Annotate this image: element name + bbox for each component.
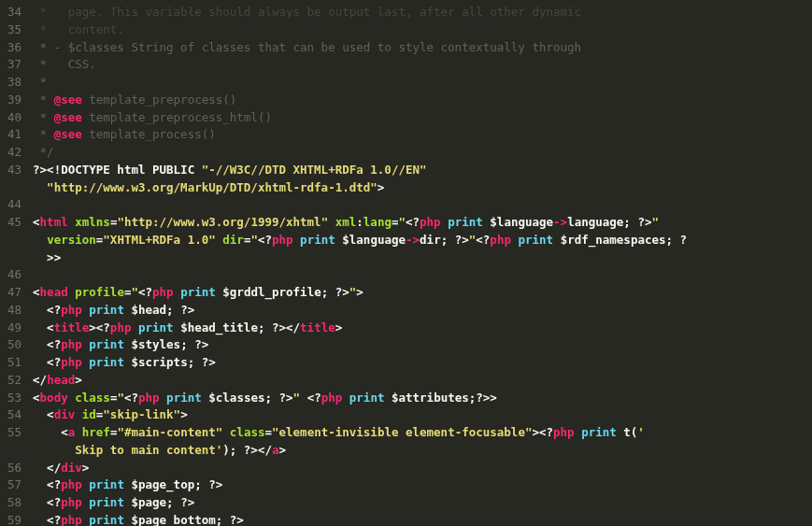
code-line[interactable]: * @see template_preprocess()	[33, 92, 793, 109]
code-line[interactable]: * CSS.	[33, 56, 793, 74]
code-token: "	[398, 215, 406, 229]
code-token: print	[89, 337, 124, 351]
code-token: php	[321, 391, 343, 405]
code-line[interactable]: * content.	[33, 21, 793, 39]
code-token: php	[61, 355, 82, 369]
code-token: php	[61, 495, 82, 509]
code-line[interactable]: <a href="#main-content" class="element-i…	[33, 424, 793, 442]
code-token: <	[33, 320, 54, 334]
code-token: href	[82, 425, 110, 439]
code-line[interactable]: *	[33, 74, 793, 92]
line-number	[7, 232, 21, 249]
code-token: body	[40, 391, 68, 405]
code-line[interactable]: <?php print $scripts; ?>	[33, 354, 793, 372]
code-token	[575, 425, 582, 439]
code-line[interactable]: <div id="skip-link">	[33, 406, 793, 424]
code-token: print	[166, 391, 202, 405]
code-token: dir	[222, 233, 244, 247]
code-token: "XHTML+RDFa 1.0"	[103, 233, 215, 247]
code-token: <	[33, 391, 40, 405]
code-area[interactable]: * page. This variable should always be o…	[33, 4, 812, 526]
line-number: 44	[7, 196, 21, 214]
code-token: print	[180, 285, 216, 299]
code-line[interactable]: */	[33, 144, 793, 162]
code-line[interactable]: Skip to main content'); ?></a>	[33, 442, 793, 460]
code-line[interactable]: <?php print $page; ?>	[33, 494, 793, 512]
code-token: "	[131, 285, 138, 299]
code-line[interactable]: * - $classes String of classes that can …	[33, 39, 793, 57]
code-line[interactable]: </head>	[33, 372, 793, 390]
code-line[interactable]: </div>	[33, 460, 793, 477]
code-token: @see	[54, 92, 82, 107]
code-token: ); ?></	[222, 443, 272, 457]
code-token: <	[33, 215, 40, 229]
line-number: 36	[7, 39, 21, 57]
line-number	[7, 249, 21, 267]
code-token: print	[89, 495, 124, 509]
line-number: 48	[7, 302, 21, 320]
code-token: title	[54, 320, 90, 334]
code-line[interactable]	[33, 266, 793, 284]
code-line[interactable]: * @see template_process()	[33, 126, 793, 144]
code-line[interactable]: * page. This variable should always be o…	[33, 4, 793, 21]
code-token: print	[300, 233, 335, 247]
code-token: lang	[363, 215, 392, 229]
code-token	[342, 391, 349, 405]
line-number: 46	[7, 266, 21, 284]
code-token: </	[33, 373, 47, 387]
code-line[interactable]	[33, 196, 793, 214]
code-token: >	[335, 320, 343, 334]
line-number	[7, 442, 21, 460]
code-token: head	[40, 285, 68, 299]
code-token: "http://www.w3.org/MarkUp/DTD/xhtml-rdfa…	[33, 180, 378, 194]
code-line[interactable]: ?><!DOCTYPE html PUBLIC "-//W3C//DTD XHT…	[33, 162, 793, 179]
code-editor[interactable]: 34353637383940414243 4445 46474849505152…	[0, 0, 812, 526]
code-token: * content.	[33, 22, 124, 36]
code-token: >	[75, 373, 82, 387]
line-number: 42	[7, 144, 21, 162]
code-line[interactable]: <?php print $page_bottom; ?>	[33, 512, 793, 526]
code-line[interactable]: <head profile="<?php print $grddl_profil…	[33, 284, 793, 302]
code-token: language; ?>	[567, 215, 651, 229]
code-token: "element-invisible element-focusable"	[272, 425, 532, 439]
code-token: * - $classes String of classes that can …	[33, 40, 581, 54]
code-line[interactable]: version="XHTML+RDFa 1.0" dir="<?php prin…	[33, 232, 793, 249]
code-line[interactable]: <title><?php print $head_title; ?></titl…	[33, 320, 793, 337]
code-line[interactable]: <body class="<?php print $classes; ?>" <…	[33, 390, 793, 407]
code-token: >	[378, 180, 385, 194]
code-line[interactable]: <html xmlns="http://www.w3.org/1999/xhtm…	[33, 214, 793, 232]
code-line[interactable]: "http://www.w3.org/MarkUp/DTD/xhtml-rdfa…	[33, 179, 793, 197]
code-token: html	[40, 215, 68, 229]
code-token: div	[54, 407, 76, 421]
code-line[interactable]: >>	[33, 249, 793, 267]
code-token: Skip to main content'	[33, 443, 222, 457]
code-token: ->	[553, 215, 567, 229]
code-token: "	[250, 233, 258, 247]
code-token: <	[33, 425, 68, 439]
code-token: * page. This variable should always be o…	[33, 5, 581, 19]
code-line[interactable]: <?php print $styles; ?>	[33, 336, 793, 354]
code-line[interactable]: * @see template_preprocess_html()	[33, 109, 793, 127]
code-token: "	[117, 391, 124, 405]
code-token: @see	[54, 110, 82, 124]
code-line[interactable]: <?php print $page_top; ?>	[33, 476, 793, 494]
code-token: "#main-content"	[117, 425, 222, 439]
line-number: 39	[7, 92, 21, 109]
code-token: print	[581, 425, 617, 439]
code-line[interactable]: <?php print $head; ?>	[33, 302, 793, 320]
code-token: <?	[33, 477, 61, 491]
code-token: print	[138, 320, 174, 334]
code-token: $classes; ?>	[202, 391, 293, 405]
code-token: >	[356, 285, 363, 299]
code-token: php	[61, 337, 82, 351]
code-token: $language	[483, 215, 553, 229]
line-number: 53	[7, 390, 21, 407]
code-token: <?	[138, 285, 152, 299]
code-token: php	[152, 285, 174, 299]
line-number	[7, 179, 21, 197]
line-number: 51	[7, 354, 21, 372]
code-token: print	[89, 355, 124, 369]
code-token: $page_top; ?>	[124, 477, 222, 491]
code-token	[131, 320, 138, 334]
code-token: $page_bottom; ?>	[124, 513, 244, 526]
